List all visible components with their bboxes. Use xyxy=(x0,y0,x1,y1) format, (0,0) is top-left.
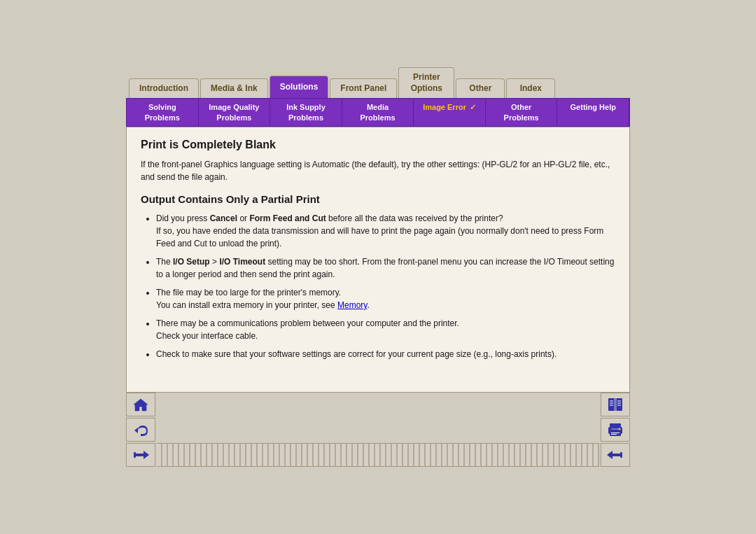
subtab-image-quality[interactable]: Image QualityProblems xyxy=(199,99,271,126)
svg-marker-2 xyxy=(144,451,149,459)
subtab-image-error[interactable]: Image Error ✓ xyxy=(414,99,486,126)
list-item: The I/O Setup > I/O Timeout setting may … xyxy=(156,255,615,281)
list-item: Check to make sure that your software se… xyxy=(156,348,615,360)
section2-title: Output Contains Only a Partial Print xyxy=(141,193,615,205)
next-button[interactable] xyxy=(601,443,630,467)
back-icon xyxy=(132,422,149,437)
print-button[interactable] xyxy=(601,418,630,442)
tab-front-panel[interactable]: Front Panel xyxy=(330,78,397,99)
tab-printer-options[interactable]: PrinterOptions xyxy=(398,67,454,98)
left-nav-buttons xyxy=(126,393,155,467)
list-item: There may be a communications problem be… xyxy=(156,317,615,342)
svg-rect-6 xyxy=(614,398,617,411)
tab-media-ink[interactable]: Media & Ink xyxy=(200,78,268,99)
svg-rect-4 xyxy=(608,398,615,411)
top-navigation: Introduction Media & Ink Solutions Front… xyxy=(129,67,630,98)
main-content-wrapper: Print is Completely Blank If the front-p… xyxy=(126,127,630,393)
back-button[interactable] xyxy=(126,418,155,442)
tab-solutions[interactable]: Solutions xyxy=(270,76,329,99)
home-button[interactable] xyxy=(126,393,155,416)
forward-left-button[interactable] xyxy=(126,443,155,467)
arrow-right-icon xyxy=(607,447,624,463)
bullet-list: Did you press Cancel or Form Feed and Cu… xyxy=(156,212,615,360)
list-item: Did you press Cancel or Form Feed and Cu… xyxy=(156,212,615,250)
svg-rect-3 xyxy=(134,452,136,458)
book-icon xyxy=(607,397,624,412)
svg-rect-22 xyxy=(620,452,622,458)
subtab-ink-supply[interactable]: Ink SupplyProblems xyxy=(270,99,342,126)
subtab-getting-help[interactable]: Getting Help xyxy=(557,99,629,126)
list-item: The file may be too large for the printe… xyxy=(156,286,615,311)
bottom-decorative-strip xyxy=(157,443,599,467)
subtab-media-problems[interactable]: Media Problems xyxy=(342,99,414,126)
svg-rect-16 xyxy=(610,431,621,436)
arrow-left-icon xyxy=(132,447,149,463)
page-title: Print is Completely Blank xyxy=(141,139,615,151)
main-content: Print is Completely Blank If the front-p… xyxy=(126,127,630,393)
tab-index[interactable]: Index xyxy=(506,78,555,99)
svg-rect-5 xyxy=(616,398,622,411)
book-button[interactable] xyxy=(601,393,630,416)
svg-rect-17 xyxy=(611,433,620,433)
subtab-other-problems[interactable]: Other Problems xyxy=(486,99,558,126)
svg-rect-15 xyxy=(611,428,620,430)
right-nav-buttons xyxy=(601,393,630,467)
tab-other[interactable]: Other xyxy=(456,78,505,99)
subtab-solving-problems[interactable]: Solving Problems xyxy=(127,99,199,126)
intro-paragraph: If the front-panel Graphics language set… xyxy=(141,158,615,183)
svg-rect-13 xyxy=(610,423,621,427)
svg-rect-18 xyxy=(611,434,617,435)
home-icon xyxy=(132,397,149,412)
memory-link[interactable]: Memory xyxy=(337,300,367,310)
svg-point-19 xyxy=(619,428,621,430)
bottom-navigation xyxy=(126,393,630,467)
tab-introduction[interactable]: Introduction xyxy=(129,78,199,99)
svg-marker-0 xyxy=(134,399,148,411)
svg-marker-21 xyxy=(607,451,612,459)
print-icon xyxy=(607,422,624,437)
sub-navigation: Solving Problems Image QualityProblems I… xyxy=(126,98,630,127)
